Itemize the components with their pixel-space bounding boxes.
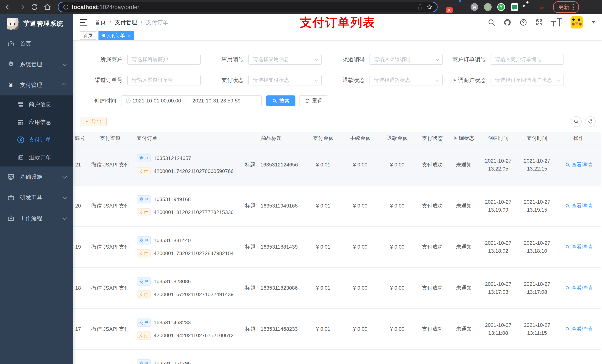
app-select[interactable]: 请选择应用信息 [248,54,322,65]
extension-recorder-icon[interactable] [484,3,492,11]
cell-channel: 微信 JSAPI 支付 [86,185,134,226]
date-separator: - [186,98,188,104]
sidebar-item-app-info[interactable]: 应用信息 [0,113,73,131]
cell-refund: ¥ 0.00 [379,226,416,268]
share-icon[interactable] [417,4,423,10]
extension-tasks-icon[interactable]: 10 [443,3,451,11]
caret-down-icon[interactable] [592,21,595,23]
table-row-partial[interactable]: 商户 1635311251796 [73,350,601,364]
channel-code-select[interactable]: 请输入渠道编码 [369,54,443,65]
page-content: 所属商户 请选择所属商户 应用编号 请选择应用信息 渠道编码 请输入渠道编码 商… [73,40,602,364]
forward-icon[interactable] [18,3,25,11]
breadcrumb-home[interactable]: 首页 [95,19,106,26]
yen-circle-icon: ¥ [17,136,24,143]
cell-action: 查看详情 [557,185,601,226]
refresh-button[interactable] [585,116,596,127]
cell-pay-time: 2021-10-2713:11:15 [517,309,557,350]
help-icon[interactable] [519,19,527,26]
view-details-link[interactable]: 查看详情 [565,284,592,291]
view-details-link[interactable]: 查看详情 [565,202,592,209]
search-button[interactable]: 搜索 [266,95,295,106]
tag-pay-order[interactable]: 支付订单 × [98,31,134,40]
sidebar-item-label: 研发工具 [20,194,42,201]
table-row[interactable]: 20 微信 JSAPI 支付 商户 1635311949168 支付 42000… [73,185,601,226]
home-icon[interactable] [44,3,51,11]
extension-chat-icon[interactable] [511,3,519,11]
cell-order: 商户 1635312124657 支付 42000011742021102780… [134,144,238,185]
notify-status-select[interactable]: 请选择订单回调商户状态 [491,75,564,85]
toggle-search-button[interactable] [571,116,582,127]
channel-order-no: 4200001173202110272847982104 [154,250,234,256]
col-header-id: 编号 [73,132,86,144]
sidebar-logo[interactable]: 芋道管理系统 [0,14,73,33]
sidebar-item-dev-tools[interactable]: 研发工具 [0,187,73,208]
chevron-down-icon [62,215,67,220]
extension-puzzle-icon[interactable] [524,3,532,11]
github-icon[interactable] [504,19,511,26]
bookmark-star-icon[interactable] [426,4,432,10]
table-row[interactable]: 21 微信 JSAPI 支付 商户 1635312124657 支付 42000… [73,144,601,185]
extension-emoji-icon[interactable] [538,3,546,11]
fullscreen-icon[interactable] [535,19,543,26]
address-bar[interactable]: localhost:1024/pay/order [58,2,438,12]
sidebar-item-system[interactable]: 系统管理 [0,54,73,75]
sidebar-item-infra[interactable]: 基础设施 [0,166,73,187]
sidebar-item-merchant-info[interactable]: 商户信息 [0,95,73,113]
avatar[interactable] [570,16,583,29]
cell-create-time: 2021-10-2713:22:05 [479,144,517,185]
tag-label: 首页 [84,32,93,39]
col-header-create-time: 创建时间 [479,132,517,144]
refund-status-select[interactable]: 请选择退款状态 [369,75,443,85]
date-range-input[interactable]: 2021-10-01 00:00:00 - 2021-10-31 23:59:5… [121,95,262,106]
table-row[interactable]: 17 微信 JSAPI 支付 商户 1635311468233 支付 42000… [73,309,601,350]
tag-home[interactable]: 首页 [80,31,96,40]
sidebar-item-home[interactable]: 首页 [0,33,73,54]
view-details-link[interactable]: 查看详情 [565,325,592,333]
merchant-order-no: 1635311949168 [154,197,191,202]
cell-notify: 未通知 [449,144,479,185]
cell-title: 标题：1635311949168 [238,185,305,226]
extension-kite-icon[interactable] [457,3,465,11]
tag-label: 支付订单 [107,32,125,39]
cell-amount: ¥ 0.01 [305,268,342,309]
collapse-menu-icon[interactable] [80,19,87,26]
site-info-icon[interactable] [63,4,69,10]
font-size-icon[interactable] [551,18,562,26]
table-row[interactable]: 18 微信 JSAPI 支付 商户 1635311823086 支付 42000… [73,268,601,309]
table-row[interactable]: 19 微信 JSAPI 支付 商户 1635311881440 支付 42000… [73,226,601,268]
merchant-input[interactable]: 请选择所属商户 [127,54,201,65]
sidebar-item-refund-order[interactable]: 退款订单 [0,149,73,166]
col-header-amount: 支付金额 [305,132,342,144]
app-title: 芋道管理系统 [23,20,63,28]
search-icon[interactable] [488,19,495,26]
pay-tag: 支付 [137,208,151,216]
pay-status-select[interactable]: 请选择支付状态 [248,75,322,85]
reset-button[interactable]: 重置 [299,95,328,106]
date-start: 2021-10-01 00:00:00 [133,98,181,104]
sidebar-item-pay-order[interactable]: ¥ 支付订单 [0,131,73,149]
dashboard-icon [7,40,14,47]
extension-y-icon[interactable]: Y [497,3,505,11]
back-icon[interactable] [5,3,12,11]
merchant-order-no-input[interactable]: 请输入商户订单编号 [491,54,564,65]
extension-command-icon[interactable]: ⌘ [471,3,478,11]
reload-icon[interactable] [31,3,38,11]
placeholder: 请输入商户订单编号 [495,56,559,63]
view-details-link[interactable]: 查看详情 [565,243,592,250]
sidebar-item-workflow[interactable]: 工作流程 [0,208,73,229]
browser-menu-icon[interactable] [573,4,574,10]
cell-create-time: 2021-10-2713:18:02 [479,226,517,268]
browser-update-button[interactable]: 更新 [553,1,579,13]
sidebar-item-pay[interactable]: ¥ 支付管理 [0,75,73,95]
merchant-tag: 商户 [137,195,151,203]
close-icon[interactable]: × [128,33,130,38]
sidebar-item-label: 首页 [20,40,31,48]
view-details-link[interactable]: 查看详情 [565,161,592,168]
breadcrumb-pay[interactable]: 支付管理 [115,19,137,26]
field-label: 创建时间 [80,97,121,105]
cell-id: 19 [73,226,86,268]
field-label: 支付状态 [201,76,248,84]
channel-order-no-input[interactable]: 请输入渠道订单号 [127,75,201,85]
export-button[interactable]: 导出 [80,117,107,126]
cell-action: 查看详情 [557,226,601,268]
